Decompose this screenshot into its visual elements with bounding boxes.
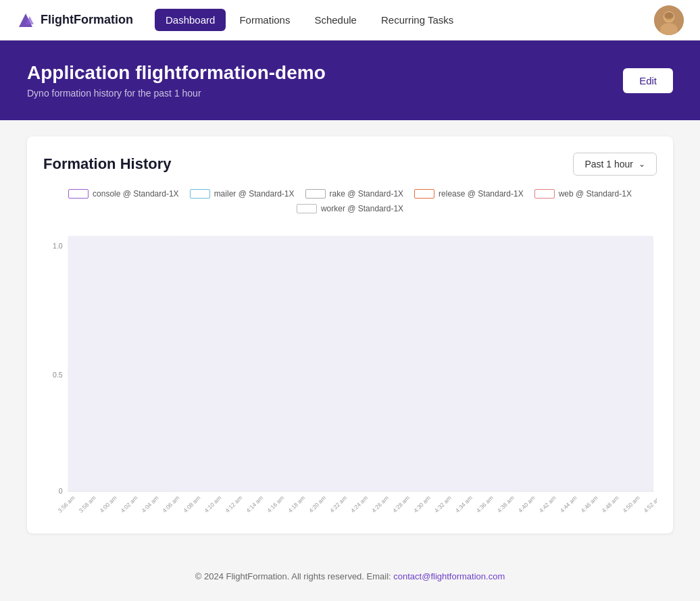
svg-text:4:16 am: 4:16 am (266, 494, 285, 514)
nav-link-recurring-tasks[interactable]: Recurring Tasks (370, 9, 464, 31)
svg-text:4:52 am: 4:52 am (643, 494, 657, 514)
main-content: Formation History Past 1 hour ⌄ console … (0, 120, 700, 550)
logo-icon (16, 11, 35, 30)
svg-text:4:34 am: 4:34 am (454, 494, 474, 514)
svg-text:4:50 am: 4:50 am (622, 494, 641, 514)
chart-card: Formation History Past 1 hour ⌄ console … (27, 136, 673, 533)
svg-text:4:06 am: 4:06 am (161, 494, 180, 514)
hero-title: Application flightformation-demo (27, 62, 326, 84)
svg-text:4:14 am: 4:14 am (245, 494, 264, 514)
nav-link-formations[interactable]: Formations (228, 9, 301, 31)
nav-link-dashboard[interactable]: Dashboard (155, 9, 226, 31)
hero-text: Application flightformation-demo Dyno fo… (27, 62, 326, 99)
svg-text:4:18 am: 4:18 am (286, 494, 306, 514)
svg-text:4:24 am: 4:24 am (349, 494, 369, 514)
chart-title: Formation History (43, 155, 171, 173)
formation-history-chart: 1.0 0.5 0 3:56 am3:58 am4:00 am4:02 am4:… (43, 224, 657, 515)
legend-label-1: mailer @ Standard-1X (214, 189, 295, 199)
chart-legend: console @ Standard-1X mailer @ Standard-… (43, 189, 657, 213)
legend-item-0: console @ Standard-1X (68, 189, 179, 199)
svg-text:4:22 am: 4:22 am (328, 494, 348, 514)
svg-text:3:58 am: 3:58 am (78, 494, 97, 514)
legend-item-1: mailer @ Standard-1X (190, 189, 295, 199)
legend-swatch-5 (297, 204, 317, 213)
svg-text:4:04 am: 4:04 am (141, 494, 160, 514)
svg-text:0.5: 0.5 (53, 371, 63, 379)
svg-point-6 (664, 12, 674, 19)
svg-text:3:56 am: 3:56 am (57, 494, 76, 514)
time-filter-button[interactable]: Past 1 hour ⌄ (573, 153, 657, 176)
logo[interactable]: FlightFormation (16, 11, 133, 30)
svg-text:4:36 am: 4:36 am (475, 494, 495, 514)
footer-text: © 2024 FlightFormation. All rights reser… (195, 571, 394, 581)
nav-link-schedule[interactable]: Schedule (303, 9, 368, 31)
hero-subtitle: Dyno formation history for the past 1 ho… (27, 88, 326, 99)
time-filter-label: Past 1 hour (584, 159, 633, 169)
avatar-image (654, 5, 684, 35)
nav-links: Dashboard Formations Schedule Recurring … (155, 9, 654, 31)
footer: © 2024 FlightFormation. All rights reser… (0, 550, 700, 601)
legend-label-0: console @ Standard-1X (93, 189, 179, 199)
chart-header: Formation History Past 1 hour ⌄ (43, 153, 657, 176)
svg-text:4:28 am: 4:28 am (391, 494, 411, 514)
legend-swatch-0 (68, 189, 89, 199)
svg-text:4:08 am: 4:08 am (182, 494, 201, 514)
legend-label-5: worker @ Standard-1X (321, 204, 403, 213)
avatar[interactable] (654, 5, 684, 35)
legend-swatch-3 (414, 189, 434, 199)
legend-label-4: web @ Standard-1X (559, 189, 632, 199)
svg-text:4:02 am: 4:02 am (120, 494, 139, 514)
svg-text:0: 0 (59, 487, 63, 495)
legend-item-5: worker @ Standard-1X (297, 204, 403, 213)
svg-text:4:42 am: 4:42 am (538, 494, 557, 514)
svg-text:4:26 am: 4:26 am (370, 494, 390, 514)
chart-area: 1.0 0.5 0 3:56 am3:58 am4:00 am4:02 am4:… (43, 224, 657, 517)
legend-swatch-2 (305, 189, 326, 199)
hero-section: Application flightformation-demo Dyno fo… (0, 41, 700, 120)
legend-item-4: web @ Standard-1X (534, 189, 632, 199)
footer-email-link[interactable]: contact@flightformation.com (393, 571, 505, 581)
svg-text:4:38 am: 4:38 am (496, 494, 516, 514)
legend-item-2: rake @ Standard-1X (305, 189, 404, 199)
legend-swatch-1 (190, 189, 210, 199)
chevron-down-icon: ⌄ (639, 159, 645, 169)
legend-item-3: release @ Standard-1X (414, 189, 524, 199)
svg-text:4:20 am: 4:20 am (307, 494, 327, 514)
logo-text: FlightFormation (41, 13, 133, 27)
legend-swatch-4 (534, 189, 555, 199)
legend-label-3: release @ Standard-1X (439, 189, 524, 199)
svg-text:4:48 am: 4:48 am (601, 494, 620, 514)
svg-rect-13 (68, 236, 653, 491)
edit-button[interactable]: Edit (623, 68, 673, 93)
svg-text:4:12 am: 4:12 am (224, 494, 243, 514)
svg-text:4:40 am: 4:40 am (517, 494, 536, 514)
svg-text:4:46 am: 4:46 am (580, 494, 599, 514)
svg-text:4:00 am: 4:00 am (99, 494, 118, 514)
legend-label-2: rake @ Standard-1X (330, 189, 404, 199)
svg-text:1.0: 1.0 (53, 242, 63, 250)
navbar: FlightFormation Dashboard Formations Sch… (0, 0, 700, 41)
svg-text:4:30 am: 4:30 am (412, 494, 432, 514)
svg-text:4:32 am: 4:32 am (433, 494, 453, 514)
svg-text:4:44 am: 4:44 am (559, 494, 578, 514)
svg-text:4:10 am: 4:10 am (203, 494, 222, 514)
